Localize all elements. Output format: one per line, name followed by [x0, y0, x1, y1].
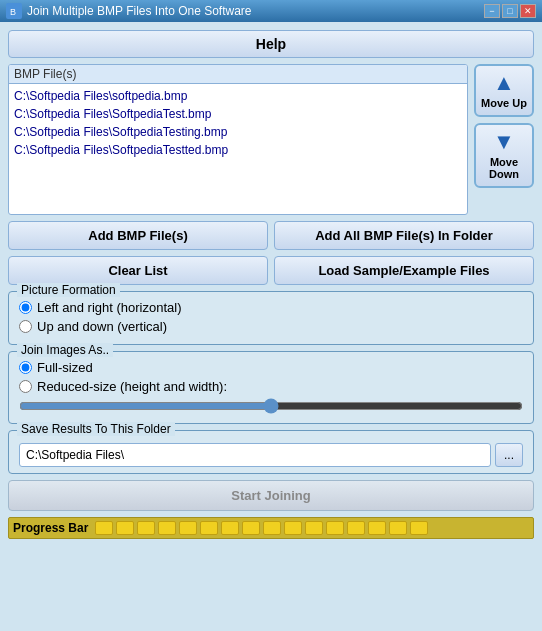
save-folder-row: ... — [19, 443, 523, 467]
progress-segment — [221, 521, 239, 535]
progress-segment — [305, 521, 323, 535]
move-up-label: Move Up — [481, 97, 527, 109]
progress-segment — [410, 521, 428, 535]
progress-segment — [242, 521, 260, 535]
vertical-label: Up and down (vertical) — [37, 319, 167, 334]
file-area: BMP File(s) C:\Softpedia Files\softpedia… — [8, 64, 534, 215]
progress-bar: Progress Bar — [8, 517, 534, 539]
app-icon: B — [6, 3, 22, 19]
reduced-size-label: Reduced-size (height and width): — [37, 379, 227, 394]
start-joining-button: Start Joining — [8, 480, 534, 511]
full-sized-option: Full-sized — [19, 360, 523, 375]
app-title: Join Multiple BMP Files Into One Softwar… — [27, 4, 484, 18]
horizontal-radio[interactable] — [19, 301, 32, 314]
add-file-button[interactable]: Add BMP File(s) — [8, 221, 268, 250]
size-slider[interactable] — [19, 398, 523, 414]
close-button[interactable]: ✕ — [520, 4, 536, 18]
progress-segment — [389, 521, 407, 535]
minimize-button[interactable]: − — [484, 4, 500, 18]
restore-button[interactable]: □ — [502, 4, 518, 18]
file-list-header: BMP File(s) — [9, 65, 467, 84]
file-list-body[interactable]: C:\Softpedia Files\softpedia.bmpC:\Softp… — [9, 84, 467, 214]
down-arrow-icon: ▼ — [493, 131, 515, 153]
move-down-label: Move Down — [480, 156, 528, 180]
progress-segment — [200, 521, 218, 535]
progress-segment — [179, 521, 197, 535]
list-item: C:\Softpedia Files\SoftpediaTesting.bmp — [14, 123, 462, 141]
progress-segment — [347, 521, 365, 535]
add-buttons-row: Add BMP File(s) Add All BMP File(s) In F… — [8, 221, 534, 250]
progress-segment — [263, 521, 281, 535]
save-folder-title: Save Results To This Folder — [17, 422, 175, 436]
help-button[interactable]: Help — [8, 30, 534, 58]
list-item: C:\Softpedia Files\SoftpediaTest.bmp — [14, 105, 462, 123]
list-item: C:\Softpedia Files\softpedia.bmp — [14, 87, 462, 105]
picture-formation-title: Picture Formation — [17, 283, 120, 297]
slider-container — [19, 398, 523, 417]
save-folder-input[interactable] — [19, 443, 491, 467]
progress-segment — [137, 521, 155, 535]
full-sized-radio[interactable] — [19, 361, 32, 374]
join-images-panel: Join Images As.. Full-sized Reduced-size… — [8, 351, 534, 424]
progress-segment — [116, 521, 134, 535]
progress-segment — [368, 521, 386, 535]
join-images-title: Join Images As.. — [17, 343, 113, 357]
picture-formation-panel: Picture Formation Left and right (horizo… — [8, 291, 534, 345]
reduced-size-option: Reduced-size (height and width): — [19, 379, 523, 394]
progress-segment — [284, 521, 302, 535]
progress-segment — [158, 521, 176, 535]
progress-segment — [95, 521, 113, 535]
progress-segments — [95, 521, 529, 535]
move-up-button[interactable]: ▲ Move Up — [474, 64, 534, 117]
progress-label: Progress Bar — [13, 521, 88, 535]
vertical-radio[interactable] — [19, 320, 32, 333]
svg-text:B: B — [10, 7, 16, 17]
title-bar: B Join Multiple BMP Files Into One Softw… — [0, 0, 542, 22]
window-controls: − □ ✕ — [484, 4, 536, 18]
clear-list-button[interactable]: Clear List — [8, 256, 268, 285]
load-sample-button[interactable]: Load Sample/Example Files — [274, 256, 534, 285]
vertical-option: Up and down (vertical) — [19, 319, 523, 334]
full-sized-label: Full-sized — [37, 360, 93, 375]
add-folder-button[interactable]: Add All BMP File(s) In Folder — [274, 221, 534, 250]
file-list-container: BMP File(s) C:\Softpedia Files\softpedia… — [8, 64, 468, 215]
browse-button[interactable]: ... — [495, 443, 523, 467]
progress-segment — [326, 521, 344, 535]
list-item: C:\Softpedia Files\SoftpediaTestted.bmp — [14, 141, 462, 159]
horizontal-label: Left and right (horizontal) — [37, 300, 182, 315]
save-folder-panel: Save Results To This Folder ... — [8, 430, 534, 474]
reduced-size-radio[interactable] — [19, 380, 32, 393]
arrow-buttons: ▲ Move Up ▼ Move Down — [474, 64, 534, 215]
move-down-button[interactable]: ▼ Move Down — [474, 123, 534, 188]
main-content: Help BMP File(s) C:\Softpedia Files\soft… — [0, 22, 542, 631]
up-arrow-icon: ▲ — [493, 72, 515, 94]
horizontal-option: Left and right (horizontal) — [19, 300, 523, 315]
clear-load-row: Clear List Load Sample/Example Files — [8, 256, 534, 285]
